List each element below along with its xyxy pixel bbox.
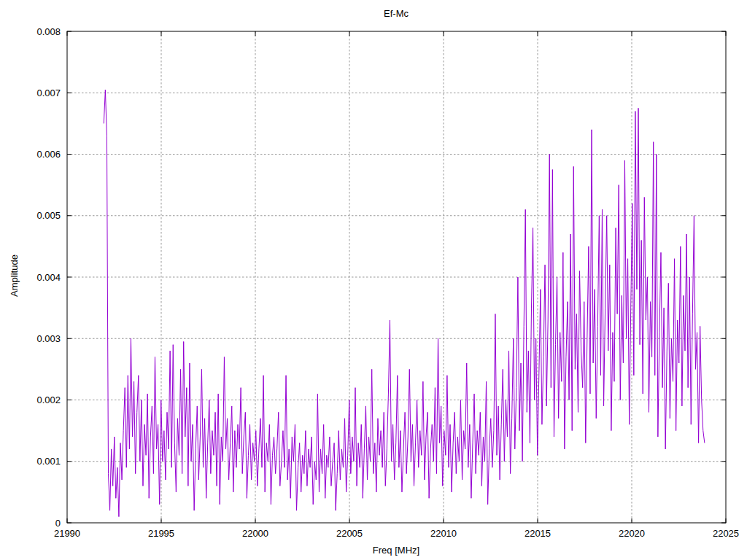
x-tick-label: 22005: [336, 528, 363, 539]
y-tick-label: 0: [55, 518, 61, 529]
series-line: [104, 90, 705, 517]
x-axis-label: Freq [MHz]: [373, 545, 419, 556]
x-tick-label: 22015: [525, 528, 551, 539]
chart-title: Ef-Mc: [384, 8, 409, 19]
y-axis-label: Amplitude: [9, 254, 20, 297]
y-tick-label: 0.002: [36, 394, 61, 405]
chart-figure: Ef-Mc Amplitude Freq [MHz] 2199021995220…: [0, 0, 747, 560]
x-tick-label: 22010: [430, 528, 457, 539]
x-tick-label: 22020: [619, 528, 645, 539]
y-tick-label: 0.005: [36, 210, 61, 221]
y-tick-label: 0.006: [36, 149, 61, 160]
x-tick-label: 21995: [148, 528, 174, 539]
y-tick-label: 0.003: [36, 333, 61, 344]
x-tick-label: 22025: [713, 528, 739, 539]
x-tick-label: 22000: [242, 528, 268, 539]
y-tick-label: 0.008: [36, 26, 61, 37]
plot-canvas: 2199021995220002200522010220152202022025…: [0, 0, 747, 560]
y-tick-label: 0.007: [36, 88, 61, 98]
y-tick-label: 0.004: [36, 272, 61, 283]
y-tick-label: 0.001: [36, 456, 61, 467]
x-tick-label: 21990: [54, 528, 80, 539]
